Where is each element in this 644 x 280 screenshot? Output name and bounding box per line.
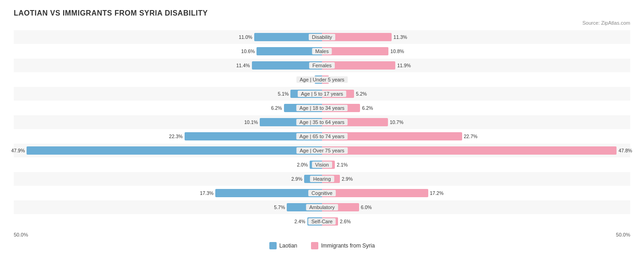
value-left: 2.4%	[295, 219, 306, 224]
bar-label: Age | Over 75 years	[296, 147, 348, 154]
bar-row: 5.1%5.2%Age | 5 to 17 years	[14, 87, 630, 101]
bar-label: Age | 5 to 17 years	[298, 91, 346, 97]
value-left: 5.7%	[274, 205, 285, 210]
bar-pink	[322, 47, 388, 55]
legend-syria: Immigrants from Syria	[311, 242, 375, 249]
bar-row: 2.4%2.6%Self-Care	[14, 215, 630, 228]
bar-row: 10.1%10.7%Age | 35 to 64 years	[14, 115, 630, 129]
bar-pink	[322, 189, 428, 197]
legend-laotian-label: Laotian	[279, 242, 297, 249]
value-right: 2.6%	[340, 219, 351, 224]
bar-label: Age | 35 to 64 years	[296, 119, 348, 125]
bar-row: 11.0%11.3%Disability	[14, 30, 630, 44]
bar-label: Hearing	[310, 176, 334, 182]
bar-blue	[27, 146, 322, 155]
value-right: 6.0%	[361, 205, 372, 210]
value-right: 2.1%	[337, 162, 348, 167]
value-right: 11.3%	[393, 34, 407, 40]
bar-label: Cognitive	[308, 190, 336, 196]
bar-row: 5.7%6.0%Ambulatory	[14, 200, 630, 214]
value-left: 11.4%	[236, 63, 250, 68]
legend-box-blue	[269, 242, 277, 249]
value-left: 2.0%	[297, 162, 308, 167]
bar-label: Disability	[309, 34, 335, 40]
legend-box-pink	[311, 242, 318, 249]
legend-laotian: Laotian	[269, 242, 297, 249]
bar-row: 11.4%11.9%Females	[14, 59, 630, 72]
value-left: 5.1%	[278, 91, 289, 97]
value-left: 11.0%	[239, 34, 252, 40]
value-right: 10.7%	[390, 119, 404, 125]
value-left: 17.3%	[200, 190, 213, 196]
bar-row: 10.6%10.8%Males	[14, 44, 630, 58]
bar-label: Vision	[312, 162, 332, 168]
chart-title: LAOTIAN VS IMMIGRANTS FROM SYRIA DISABIL…	[14, 9, 630, 17]
bar-row: 22.3%22.7%Age | 65 to 74 years	[14, 129, 630, 143]
bar-pink	[322, 146, 617, 155]
value-right: 6.2%	[362, 105, 373, 111]
value-left: 6.2%	[271, 105, 282, 111]
value-right: 47.8%	[618, 148, 632, 153]
value-right: 10.8%	[390, 48, 404, 54]
bar-label: Self-Care	[308, 218, 336, 225]
value-left: 47.9%	[11, 148, 25, 153]
value-right: 5.2%	[356, 91, 367, 97]
bar-row: 17.3%17.2%Cognitive	[14, 186, 630, 200]
value-right: 11.9%	[397, 63, 411, 68]
bar-row: 2.9%2.9%Hearing	[14, 172, 630, 186]
value-left: 22.3%	[169, 134, 183, 139]
axis-right-label: 50.0%	[322, 232, 630, 237]
bar-label: Males	[312, 48, 332, 54]
bar-label: Females	[309, 62, 335, 69]
value-left: 2.9%	[291, 176, 302, 182]
bar-row: 2.0%2.1%Vision	[14, 158, 630, 172]
bar-label: Age | 18 to 34 years	[296, 105, 348, 111]
bar-label: Age | Under 5 years	[296, 76, 348, 83]
bar-row: 6.2%6.2%Age | 18 to 34 years	[14, 101, 630, 115]
value-left: 10.1%	[244, 119, 258, 125]
value-right: 22.7%	[464, 134, 478, 139]
source: Source: ZipAtlas.com	[14, 20, 630, 26]
value-right: 17.2%	[430, 190, 444, 196]
legend: Laotian Immigrants from Syria	[14, 242, 630, 249]
value-right: 2.9%	[342, 176, 353, 182]
axis-left-label: 50.0%	[14, 232, 322, 237]
bar-label: Ambulatory	[306, 204, 338, 210]
bar-label: Age | 65 to 74 years	[296, 133, 348, 140]
bar-row: 1.2%1.1%Age | Under 5 years	[14, 73, 630, 86]
chart-area: 11.0%11.3%Disability10.6%10.8%Males11.4%…	[14, 30, 630, 228]
bar-blue	[215, 189, 322, 197]
axis-row: 50.0% 50.0%	[14, 232, 630, 237]
bar-row: 47.9%47.8%Age | Over 75 years	[14, 144, 630, 157]
value-left: 10.6%	[241, 48, 255, 54]
legend-syria-label: Immigrants from Syria	[321, 242, 375, 249]
